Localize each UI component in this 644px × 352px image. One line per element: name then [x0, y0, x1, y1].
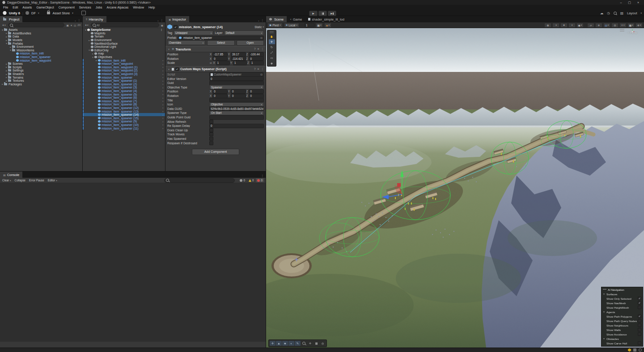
- tab-shader-graph[interactable]: shader_simple_lit_lod: [305, 16, 347, 22]
- orientation-gizmo[interactable]: [623, 29, 642, 34]
- project-tree-item[interactable]: Settings: [0, 69, 82, 72]
- project-tree-item[interactable]: Shaders: [0, 72, 82, 76]
- hierarchy-row[interactable]: mission_item_spawner (15): [83, 116, 165, 120]
- tab-project[interactable]: Project: [0, 16, 22, 22]
- project-tree-item[interactable]: Packages: [0, 83, 82, 86]
- filter-by-type-icon[interactable]: [66, 24, 69, 27]
- prefab-object-field[interactable]: mission_item_spawner: [178, 36, 264, 40]
- menu-component[interactable]: Component: [56, 5, 77, 10]
- menu-help[interactable]: Help: [146, 5, 157, 10]
- layout-icon[interactable]: [620, 11, 623, 15]
- error-count-toggle[interactable]: 0: [256, 178, 264, 182]
- presets-icon[interactable]: [258, 67, 259, 71]
- overlay-drag-handle[interactable]: [603, 289, 606, 290]
- checkbox[interactable]: [638, 301, 641, 305]
- project-tree-item[interactable]: Scripts: [0, 66, 82, 69]
- tab-inspector[interactable]: Inspector: [165, 16, 189, 22]
- asset-store-icon[interactable]: [47, 12, 50, 14]
- component-menu-icon[interactable]: [261, 67, 264, 71]
- shaded-mode-icon[interactable]: [552, 23, 559, 28]
- hierarchy-row[interactable]: mission_item_spawner (10): [83, 123, 165, 127]
- vector-input[interactable]: 0: [212, 89, 228, 94]
- ai-nav-option[interactable]: Show Neighbours: [602, 323, 643, 327]
- hierarchy-row[interactable]: mission_item_spawner (11): [83, 126, 165, 130]
- console-search-input[interactable]: [164, 178, 235, 183]
- ai-nav-section[interactable]: Obstacles: [602, 336, 643, 341]
- project-tree-item[interactable]: mission_item_infil: [0, 52, 82, 55]
- vector-input[interactable]: -100.44: [249, 52, 264, 57]
- hierarchy-row[interactable]: mission_item_spawner (4): [83, 89, 165, 93]
- lock-icon[interactable]: [258, 19, 259, 22]
- zoom-tool-icon[interactable]: [301, 341, 307, 346]
- overrides-dropdown[interactable]: Overrides: [167, 40, 205, 45]
- panel-menu-icon[interactable]: [261, 174, 264, 178]
- panel-menu-icon[interactable]: [161, 19, 164, 22]
- menu-assets[interactable]: Assets: [20, 5, 34, 10]
- gizmos-dropdown[interactable]: [636, 23, 643, 28]
- help-icon[interactable]: [254, 47, 256, 51]
- hierarchy-row[interactable]: Objectives: [83, 55, 165, 59]
- hidden-packages-icon[interactable]: [74, 24, 76, 27]
- overlay-drag-handle[interactable]: [270, 31, 274, 33]
- error-pause-button[interactable]: Error Pause: [28, 178, 46, 183]
- gameobject-name[interactable]: mission_item_spawner (14): [179, 25, 253, 29]
- ai-nav-option[interactable]: Show Path Polygons: [602, 314, 643, 318]
- rect-tool-button[interactable]: [269, 55, 275, 60]
- filter-by-label-icon[interactable]: [70, 24, 72, 27]
- vector-input[interactable]: 0: [249, 56, 264, 61]
- checkbox[interactable]: [638, 341, 641, 345]
- vector-input[interactable]: 0: [249, 89, 264, 94]
- transform-tool-button[interactable]: [269, 61, 275, 66]
- text-input[interactable]: 0: [209, 76, 264, 81]
- hierarchy-row[interactable]: map: [83, 52, 165, 55]
- terrain-tool-icon[interactable]: [276, 341, 282, 346]
- project-tree-item[interactable]: mission_item_spawner: [0, 55, 82, 59]
- 2d-toggle-icon[interactable]: [587, 23, 594, 28]
- open-button[interactable]: Open: [237, 40, 264, 46]
- foldout-icon[interactable]: [167, 48, 170, 50]
- hierarchy-row[interactable]: mission_item_waypoint (2): [83, 69, 165, 72]
- static-dropdown[interactable]: Static: [254, 25, 264, 29]
- ai-navigation-title[interactable]: AI Navigation: [602, 288, 643, 292]
- undo-history-icon[interactable]: [607, 11, 610, 15]
- paint-tool-icon[interactable]: [295, 341, 301, 346]
- vector-input[interactable]: 0: [212, 94, 228, 98]
- checkbox[interactable]: [209, 137, 213, 141]
- warning-count-toggle[interactable]: 0: [247, 178, 255, 182]
- vector-input[interactable]: 39.17: [231, 52, 246, 57]
- maximize-button[interactable]: [628, 0, 631, 5]
- hierarchy-search-input[interactable]: All: [91, 23, 159, 27]
- hierarchy-row[interactable]: mission_item_spawner: [83, 75, 165, 79]
- visibility-icon[interactable]: [611, 23, 619, 28]
- enum-dropdown[interactable]: On Start: [209, 111, 264, 115]
- prefab-settings-icon[interactable]: [260, 36, 263, 39]
- ai-nav-option[interactable]: Show NavMesh: [602, 301, 643, 305]
- checkbox[interactable]: [209, 132, 213, 136]
- layout-label[interactable]: Layout: [627, 11, 637, 15]
- ai-nav-option[interactable]: Show Path Query Nodes: [602, 318, 643, 323]
- clear-button[interactable]: Clear: [1, 178, 13, 183]
- audio-toggle[interactable]: [603, 23, 610, 28]
- project-tree-item[interactable]: Assets: [0, 28, 82, 32]
- project-tree-item[interactable]: Terrains: [0, 75, 82, 79]
- foldout-icon[interactable]: [167, 68, 170, 71]
- menu-arcane-alpacas[interactable]: Arcane Alpacas: [105, 5, 131, 10]
- preview-packages-icon[interactable]: [81, 11, 86, 15]
- asset-store-caret-icon[interactable]: [72, 12, 73, 14]
- sculpt-tool-icon[interactable]: [288, 341, 294, 346]
- project-tree-item[interactable]: Prefabs: [0, 42, 82, 45]
- scene-picking-icon[interactable]: [161, 24, 163, 27]
- checkbox[interactable]: [209, 120, 213, 124]
- globe-tool-icon[interactable]: [320, 341, 326, 346]
- hierarchy-row[interactable]: mission_item_spawner (13): [83, 109, 165, 113]
- hierarchy-row[interactable]: Terrain: [83, 35, 165, 38]
- menu-gameobject[interactable]: GameObject: [34, 5, 56, 10]
- ai-nav-option[interactable]: Show Carve Hull: [602, 341, 643, 345]
- tag-dropdown[interactable]: Untagged: [174, 30, 214, 35]
- search-icon[interactable]: [614, 12, 617, 15]
- menu-services[interactable]: Services: [77, 5, 93, 10]
- nav-move-tool-icon[interactable]: [270, 341, 275, 346]
- vector-input[interactable]: 1: [250, 61, 264, 65]
- account-caret-icon[interactable]: [38, 12, 39, 14]
- vector-input[interactable]: 1: [233, 61, 247, 65]
